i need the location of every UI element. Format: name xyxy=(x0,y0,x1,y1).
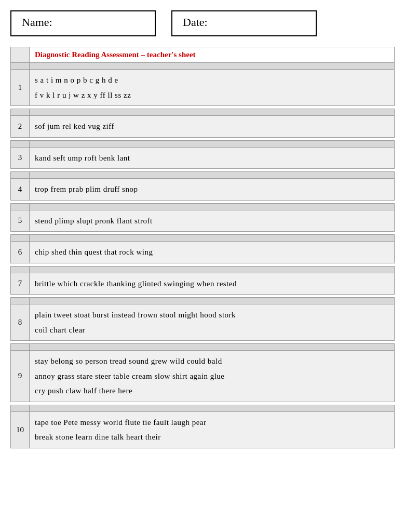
word-line: cry push claw half there here xyxy=(35,387,132,395)
word-cell: chip shed thin quest that rock wing xyxy=(30,242,395,263)
name-field[interactable]: Name: xyxy=(10,10,156,36)
table-row: 9stay belong so person tread sound grew … xyxy=(11,351,395,402)
table-row: 3kand seft ump roft benk lant xyxy=(11,147,395,169)
table-row: 6chip shed thin quest that rock wing xyxy=(11,242,395,263)
separator-row xyxy=(11,109,395,116)
separator-row xyxy=(11,235,395,242)
word-line: tape toe Pete messy world flute tie faul… xyxy=(35,418,206,427)
row-number: 2 xyxy=(11,116,30,138)
spacer-row xyxy=(11,448,395,451)
word-line: trop frem prab plim druff snop xyxy=(35,185,138,193)
table-row: 2sof jum rel ked vug ziff xyxy=(11,116,395,138)
word-line: stay belong so person tread sound grew w… xyxy=(35,357,222,365)
word-line: coil chart clear xyxy=(35,326,85,334)
separator-row xyxy=(11,266,395,273)
assessment-table: Diagnostic Reading Assessment – teacher'… xyxy=(10,47,395,451)
word-cell: brittle which crackle thanking glinted s… xyxy=(30,273,395,295)
word-line: f v k l r u j w z x y ff ll ss zz xyxy=(35,91,131,99)
word-cell: sof jum rel ked vug ziff xyxy=(30,116,395,138)
name-label: Name: xyxy=(22,16,52,29)
word-line: break stone learn dine talk heart their xyxy=(35,433,161,441)
row-number: 3 xyxy=(11,147,30,169)
word-line: annoy grass stare steer table cream slow… xyxy=(35,372,224,380)
word-line: brittle which crackle thanking glinted s… xyxy=(35,280,237,288)
table-row: 5stend plimp slupt pronk flant stroft xyxy=(11,210,395,232)
word-cell: s a t i m n o p b c g h d ef v k l r u j… xyxy=(30,70,395,106)
row-number: 9 xyxy=(11,351,30,402)
separator-row xyxy=(11,298,395,304)
date-label: Date: xyxy=(183,16,208,29)
table-row: 10tape toe Pete messy world flute tie fa… xyxy=(11,411,395,448)
separator-row xyxy=(11,405,395,411)
separator-row xyxy=(11,140,395,147)
table-row: 1s a t i m n o p b c g h d ef v k l r u … xyxy=(11,70,395,106)
title-num-cell xyxy=(11,47,30,63)
row-number: 10 xyxy=(11,411,30,448)
word-cell: plain tweet stoat burst instead frown st… xyxy=(30,304,395,341)
table-row: 7brittle which crackle thanking glinted … xyxy=(11,273,395,295)
header: Name: Date: xyxy=(10,10,395,36)
title-row: Diagnostic Reading Assessment – teacher'… xyxy=(11,47,395,63)
row-number: 4 xyxy=(11,179,30,201)
table-title: Diagnostic Reading Assessment – teacher'… xyxy=(30,47,395,63)
table-row: 4trop frem prab plim druff snop xyxy=(11,179,395,201)
row-number: 7 xyxy=(11,273,30,295)
separator-row xyxy=(11,172,395,179)
row-number: 5 xyxy=(11,210,30,232)
word-cell: trop frem prab plim druff snop xyxy=(30,179,395,201)
word-line: stend plimp slupt pronk flant stroft xyxy=(35,217,153,225)
word-line: chip shed thin quest that rock wing xyxy=(35,248,153,256)
separator-row xyxy=(11,63,395,70)
word-line: kand seft ump roft benk lant xyxy=(35,154,130,162)
row-number: 1 xyxy=(11,70,30,106)
word-line: sof jum rel ked vug ziff xyxy=(35,122,114,130)
word-line: plain tweet stoat burst instead frown st… xyxy=(35,311,236,319)
word-cell: kand seft ump roft benk lant xyxy=(30,147,395,169)
separator-row xyxy=(11,344,395,351)
separator-row xyxy=(11,203,395,210)
date-field[interactable]: Date: xyxy=(171,10,317,36)
word-cell: tape toe Pete messy world flute tie faul… xyxy=(30,411,395,448)
table-row: 8plain tweet stoat burst instead frown s… xyxy=(11,304,395,341)
word-cell: stend plimp slupt pronk flant stroft xyxy=(30,210,395,232)
row-number: 8 xyxy=(11,304,30,341)
word-cell: stay belong so person tread sound grew w… xyxy=(30,351,395,402)
word-line: s a t i m n o p b c g h d e xyxy=(35,76,118,84)
row-number: 6 xyxy=(11,242,30,263)
